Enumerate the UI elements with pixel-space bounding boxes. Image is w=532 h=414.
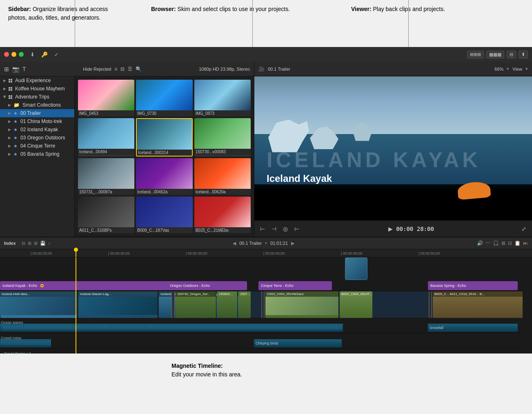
sidebar-item-smart-collections[interactable]: ▶ 📁 Smart Collections (0, 101, 74, 109)
tl-clip-btn[interactable]: 📋 (514, 240, 521, 246)
tl-nav-left[interactable]: ◀ (233, 241, 236, 246)
crowd-noise-clip[interactable] (0, 339, 51, 347)
grid-view-icon[interactable]: ⊟ (120, 66, 125, 72)
share-btn[interactable]: ⬆ (519, 51, 528, 58)
trim-end-btn[interactable]: ⊢ (293, 225, 301, 233)
sidebar-item-01-china[interactable]: ▶ ★ 01 China Moto-trek (0, 117, 74, 125)
clip-thumbnail-10 (136, 197, 192, 227)
minimize-button[interactable] (11, 52, 16, 57)
tl-oregon-clip1[interactable]: 150730_Oregon_Sur... (176, 291, 216, 318)
clip-thumb-4[interactable]: Iceland...000314 (136, 118, 192, 157)
clip-thumb-11[interactable]: B025_C...21MEbs (194, 197, 251, 233)
sidebar-item-adventure[interactable]: ▶ Adventure Trips (0, 93, 74, 101)
tl-view-btn1[interactable]: ⊟ (22, 241, 25, 246)
project-name: 00.1 Trailer (268, 67, 290, 72)
sidebar-item-05-bavaria[interactable]: ▶ ★ 05 Bavaria Spring (0, 150, 74, 158)
clip-thumb-8[interactable]: Iceland...00620a (194, 158, 251, 195)
tl-audio-btn[interactable]: 🔊 (477, 240, 483, 246)
snowfall-clip[interactable]: Snowfall (428, 324, 518, 332)
sidebar-item-00-trailer[interactable]: ▶ ★ 00 Trailer (0, 109, 74, 117)
clip-thumbnail-1 (136, 80, 192, 110)
viewer: 🎥 00.1 Trailer 66% ▾ View ▾ (254, 62, 532, 237)
clip-thumb-9[interactable]: A011_C...516BPs (78, 197, 134, 233)
event-icon-05: ★ (13, 152, 18, 157)
sidebar-item-04-cinque[interactable]: ▶ ★ 04 Cinque Terre (0, 142, 74, 150)
play-in-btn[interactable]: ⊢ (258, 225, 267, 233)
chirping-birds-label: Chirping birds (256, 341, 278, 345)
tl-clip-cinque-echo[interactable]: Cinque Terre - Echo (258, 281, 332, 290)
viewer-toolbar: 🎥 00.1 Trailer 66% ▾ View ▾ (254, 62, 532, 76)
clip-thumb-0[interactable]: IMG_0453 (78, 80, 134, 116)
tl-video-clip-2[interactable]: Iceland-Glacier-Lag... (78, 291, 158, 318)
layout-btn[interactable]: ⊟ (507, 51, 516, 58)
clip-thumb-5[interactable]: 150730...v00083 (194, 118, 251, 157)
fullscreen-btn[interactable]: ⤢ (520, 225, 528, 233)
photos-icon[interactable]: 📷 (12, 66, 19, 72)
sidebar-label-koffee: Koffee House Mayhem (15, 86, 65, 92)
tl-oregon-clip2[interactable]: 150803... (217, 291, 238, 318)
add-to-timeline-btn[interactable]: ◎ (281, 225, 289, 233)
display-btn1[interactable]: ⊞⊞⊞ (467, 51, 484, 58)
event-icon-00: ★ (13, 111, 18, 116)
close-button[interactable] (4, 52, 9, 57)
sidebar-item-02-iceland[interactable]: ▶ ★ 02 Iceland Kayak (0, 125, 74, 134)
trim-start-btn[interactable]: ⊣ (270, 225, 278, 233)
index-label[interactable]: Index (4, 241, 16, 246)
clip-thumb-10[interactable]: B009_C...187Vas (136, 197, 192, 233)
tl-video-clip-1[interactable]: Iceland-Hofn-Bea... (0, 291, 78, 318)
tl-view-btn3[interactable]: ⊞ (34, 241, 38, 246)
thumbnail-storyboard (345, 257, 367, 280)
libraries-icon[interactable]: ⊞ (4, 66, 9, 72)
filter-icon[interactable]: ≡ (114, 66, 117, 72)
tl-bavaria-clips[interactable]: B009_C... A011_C018_0516... B... (433, 291, 523, 318)
browser-annotation-text: Skim and select clips to use in your pro… (178, 6, 290, 12)
titles-icon[interactable]: T (22, 66, 26, 72)
tl-snap-btn[interactable]: ⊠ (501, 240, 505, 246)
display-btn2[interactable]: ▦▦▦ (486, 51, 504, 58)
tl-clip-iceland-echo-label: Iceland Kayak - Echo (2, 284, 37, 288)
key-icon[interactable]: 🔑 (40, 51, 49, 58)
left-panel: ⊞ 📷 T Hide Rejected ≡ ⊟ ☰ 🔍 1080p HD 23.… (0, 62, 254, 237)
tl-arrow-btn[interactable]: ↕ (48, 241, 51, 246)
play-button[interactable]: ▶ (387, 225, 394, 233)
tl-oregon-clip3[interactable]: 1507... (238, 291, 251, 318)
clip-thumbnail-4 (137, 119, 191, 150)
download-icon[interactable]: ⬇ (29, 51, 36, 58)
maximize-button[interactable] (19, 52, 24, 57)
tl-save-btn[interactable]: 💾 (40, 241, 46, 246)
sidebar-item-audi[interactable]: ▶ Audi Experience (0, 76, 74, 85)
clip-thumb-1[interactable]: IMG_0730 (136, 80, 192, 116)
list-view-icon[interactable]: ☰ (128, 66, 132, 72)
tl-skip-end-btn[interactable]: ⏭ (523, 240, 528, 246)
search-icon[interactable]: 🔍 (136, 66, 142, 72)
zoom-chevron[interactable]: ▾ (507, 66, 509, 72)
tl-headphones-btn[interactable]: 🎧 (493, 240, 499, 246)
clip-thumb-3[interactable]: Iceland...00494 (78, 118, 134, 157)
sidebar-label-adventure: Adventure Trips (15, 94, 49, 100)
view-label[interactable]: View (512, 67, 522, 72)
tl-project-chevron[interactable]: ▾ (265, 241, 267, 245)
sidebar-item-koffee[interactable]: ▶ Koffee House Mayhem (0, 85, 74, 93)
zoom-level[interactable]: 66% (494, 67, 503, 72)
timeline-ruler: | 00:00:25;00 | 00:00:30;00 | 00:00:35;0… (0, 249, 532, 257)
view-chevron[interactable]: ▾ (525, 66, 528, 72)
tl-view-btn2[interactable]: ⊞ (28, 241, 31, 246)
tl-layout-btn[interactable]: ⊟ (508, 240, 512, 246)
event-icon-01: ★ (13, 119, 18, 124)
tl-clip-oregon-echo[interactable]: Oregon Outdoors - Echo (167, 281, 247, 290)
clip-thumb-2[interactable]: IMG_0873 (194, 80, 251, 116)
check-icon[interactable]: ✓ (53, 51, 60, 58)
tl-cinque-clip2[interactable]: B002_C004_0514T... (340, 291, 372, 318)
sidebar-item-03-oregon[interactable]: ▶ ★ 03 Oregon Outdoors (0, 134, 74, 142)
tl-cinque-clip1[interactable]: C003_C003_0514WZacs (265, 291, 339, 318)
chirping-birds-clip[interactable]: Chirping birds (254, 339, 342, 347)
clip-label-6: 150731_...00087a (78, 189, 134, 195)
sidebar-items: ▶ Audi Experience ▶ (0, 76, 74, 237)
tl-clip-bavaria-echo[interactable]: Bavaria Spring - Echo (428, 281, 518, 290)
clip-thumb-6[interactable]: 150731_...00087a (78, 158, 134, 195)
tl-waveform-btn[interactable]: 〰 (485, 240, 490, 246)
clip-thumb-7[interactable]: Iceland...00462a (136, 158, 192, 195)
hide-rejected-label[interactable]: Hide Rejected (83, 67, 111, 72)
ocean-waves-clip[interactable] (0, 324, 343, 332)
tl-nav-right[interactable]: ▶ (291, 241, 294, 246)
